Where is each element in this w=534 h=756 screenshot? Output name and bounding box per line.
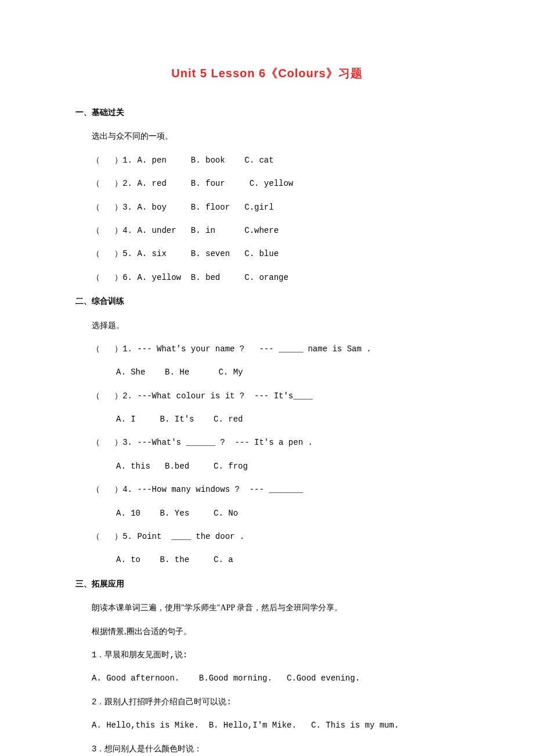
section3-instruction1: 朗读本课单词三遍，使用"学乐师生"APP 录音，然后与全班同学分享。 — [92, 602, 459, 614]
s2-q3: （ ）3. ---What's ______ ? --- It's a pen … — [92, 436, 459, 449]
s3-q2: 2．跟别人打招呼并介绍自己时可以说: — [92, 696, 459, 708]
section1-instruction: 选出与众不同的一项。 — [92, 130, 459, 143]
s2-q2-options: A. I B. It's C. red — [92, 413, 459, 426]
section3-instruction2: 根据情景,圈出合适的句子。 — [92, 625, 459, 638]
s2-q3-options: A. this B.bed C. frog — [92, 460, 459, 473]
section3-heading: 三、拓展应用 — [75, 577, 459, 590]
s1-q1: （ ）1. A. pen B. book C. cat — [92, 154, 459, 167]
s3-q1-options: A. Good afternoon. B.Good morning. C.Goo… — [92, 672, 459, 685]
s1-q5: （ ）5. A. six B. seven C. blue — [92, 247, 459, 260]
s3-q1: 1．早晨和朋友见面时,说: — [92, 649, 459, 661]
s2-q5: （ ）5. Point ____ the door . — [92, 530, 459, 543]
s1-q2: （ ）2. A. red B. four C. yellow — [92, 177, 459, 190]
s2-q5-options: A. to B. the C. a — [92, 553, 459, 566]
page-title: Unit 5 Lesson 6《Colours》习题 — [75, 64, 459, 82]
section2-heading: 二、综合训练 — [75, 294, 459, 307]
s1-q3: （ ）3. A. boy B. floor C.girl — [92, 201, 459, 214]
s3-q2-options: A. Hello,this is Mike. B. Hello,I'm Mike… — [92, 719, 459, 732]
s3-q3: 3．想问别人是什么颜色时说： — [92, 743, 459, 755]
s1-q4: （ ）4. A. under B. in C.where — [92, 224, 459, 237]
s2-q1: （ ）1. --- What's your name ? --- _____ n… — [92, 343, 459, 355]
s1-q6: （ ）6. A. yellow B. bed C. orange — [92, 271, 459, 284]
s2-q4-options: A. 10 B. Yes C. No — [92, 507, 459, 520]
s2-q4: （ ）4. ---How many windows ? --- _______ — [92, 483, 459, 496]
s2-q1-options: A. She B. He C. My — [92, 366, 459, 379]
section2-instruction: 选择题。 — [92, 319, 459, 332]
section1-heading: 一、基础过关 — [75, 106, 459, 118]
s2-q2: （ ）2. ---What colour is it ? --- It's___… — [92, 390, 459, 402]
